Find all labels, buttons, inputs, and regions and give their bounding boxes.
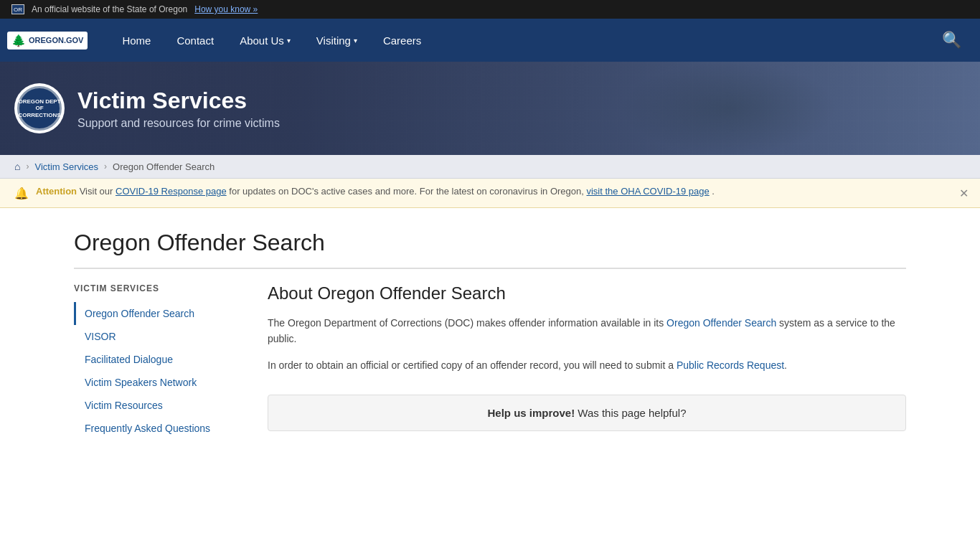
official-text: An official website of the State of Oreg… — [32, 4, 187, 14]
hero-text: Victim Services Support and resources fo… — [77, 88, 280, 130]
sidebar-nav: Oregon Offender Search VISOR Facilitated… — [74, 302, 239, 440]
about-us-dropdown-icon: ▾ — [287, 37, 291, 44]
sidebar-link-facilitated-dialogue[interactable]: Facilitated Dialogue — [76, 348, 239, 371]
search-icon: 🔍 — [942, 31, 961, 50]
content-paragraph-1: The Oregon Department of Corrections (DO… — [268, 315, 906, 347]
attention-text-before: Visit our — [80, 186, 116, 197]
logo-text: OREGON.GOV — [29, 36, 83, 44]
public-records-link[interactable]: Public Records Request — [677, 359, 784, 371]
sidebar-link-victim-resources[interactable]: Victim Resources — [76, 394, 239, 417]
help-improve-bar: Help us improve! Was this page helpful? — [268, 395, 906, 431]
help-bar-text: Help us improve! Was this page helpful? — [487, 407, 686, 419]
hero-subtitle: Support and resources for crime victims — [77, 117, 280, 130]
offender-search-link[interactable]: Oregon Offender Search — [666, 317, 776, 329]
nav-visiting[interactable]: Visiting ▾ — [303, 19, 370, 62]
hero-banner: OREGON DEPT OF CORRECTIONS Victim Servic… — [0, 62, 980, 155]
sidebar-item-victim-speakers-network[interactable]: Victim Speakers Network — [74, 371, 239, 394]
breadcrumb-separator-1: › — [26, 161, 29, 171]
how-you-know-link[interactable]: How you know » — [194, 4, 258, 14]
sidebar-item-facilitated-dialogue[interactable]: Facilitated Dialogue — [74, 348, 239, 371]
tree-icon: 🌲 — [11, 34, 26, 47]
help-bar-rest: Was this page helpful? — [575, 407, 686, 419]
sidebar-item-oregon-offender-search[interactable]: Oregon Offender Search — [74, 302, 239, 325]
sidebar-heading: VICTIM SERVICES — [74, 283, 239, 293]
attention-oha-link[interactable]: visit the OHA COVID-19 page — [586, 186, 709, 197]
content-layout: VICTIM SERVICES Oregon Offender Search V… — [74, 283, 906, 440]
attention-banner: 🔔 Attention Visit our COVID-19 Response … — [0, 179, 980, 208]
breadcrumb: ⌂ › Victim Services › Oregon Offender Se… — [0, 155, 980, 179]
attention-text: Attention Visit our COVID-19 Response pa… — [36, 186, 966, 197]
breadcrumb-current-page: Oregon Offender Search — [113, 161, 215, 172]
breadcrumb-home-icon[interactable]: ⌂ — [14, 161, 20, 172]
sidebar-link-visor[interactable]: VISOR — [76, 325, 239, 348]
paragraph1-text-before: The Oregon Department of Corrections (DO… — [268, 317, 666, 329]
nav-contact[interactable]: Contact — [164, 19, 227, 62]
page-title: Oregon Offender Search — [74, 230, 906, 269]
main-content-area: About Oregon Offender Search The Oregon … — [268, 283, 906, 440]
attention-icon: 🔔 — [14, 187, 29, 200]
sidebar-link-oregon-offender-search[interactable]: Oregon Offender Search — [76, 302, 239, 325]
sidebar-link-victim-speakers-network[interactable]: Victim Speakers Network — [76, 371, 239, 394]
oregon-gov-logo[interactable]: 🌲 OREGON.GOV — [7, 32, 88, 50]
sidebar-item-faq[interactable]: Frequently Asked Questions — [74, 417, 239, 440]
attention-text-after: . — [712, 186, 715, 197]
sidebar: VICTIM SERVICES Oregon Offender Search V… — [74, 283, 239, 440]
sidebar-link-faq[interactable]: Frequently Asked Questions — [76, 417, 239, 440]
sidebar-item-visor[interactable]: VISOR — [74, 325, 239, 348]
top-bar: OR An official website of the State of O… — [0, 0, 980, 19]
paragraph2-text-before: In order to obtain an official or certif… — [268, 359, 677, 371]
attention-text-middle: for updates on DOC's active cases and mo… — [229, 186, 586, 197]
oregon-flag-icon: OR — [11, 4, 24, 14]
attention-label: Attention — [36, 186, 77, 197]
attention-close-button[interactable]: ✕ — [959, 187, 969, 200]
search-button[interactable]: 🔍 — [930, 19, 973, 62]
nav-links: Home Contact About Us ▾ Visiting ▾ Caree… — [109, 19, 930, 62]
nav-bar: 🌲 OREGON.GOV Home Contact About Us ▾ Vis… — [0, 19, 980, 62]
breadcrumb-separator-2: › — [104, 161, 107, 171]
breadcrumb-victim-services[interactable]: Victim Services — [34, 161, 98, 172]
help-bar-strong: Help us improve! — [487, 407, 575, 419]
attention-covid-link[interactable]: COVID-19 Response page — [116, 186, 227, 197]
main-container: Oregon Offender Search VICTIM SERVICES O… — [60, 208, 920, 461]
doc-badge-inner: OREGON DEPT OF CORRECTIONS — [17, 86, 62, 131]
doc-badge: OREGON DEPT OF CORRECTIONS — [14, 83, 65, 133]
section-title: About Oregon Offender Search — [268, 283, 906, 303]
hero-title: Victim Services — [77, 88, 280, 114]
nav-home[interactable]: Home — [109, 19, 164, 62]
paragraph2-text-after: . — [784, 359, 787, 371]
nav-about-us[interactable]: About Us ▾ — [227, 19, 303, 62]
visiting-dropdown-icon: ▾ — [354, 37, 357, 44]
sidebar-item-victim-resources[interactable]: Victim Resources — [74, 394, 239, 417]
nav-careers[interactable]: Careers — [370, 19, 434, 62]
content-paragraph-2: In order to obtain an official or certif… — [268, 357, 906, 373]
hero-content: OREGON DEPT OF CORRECTIONS Victim Servic… — [14, 83, 280, 133]
